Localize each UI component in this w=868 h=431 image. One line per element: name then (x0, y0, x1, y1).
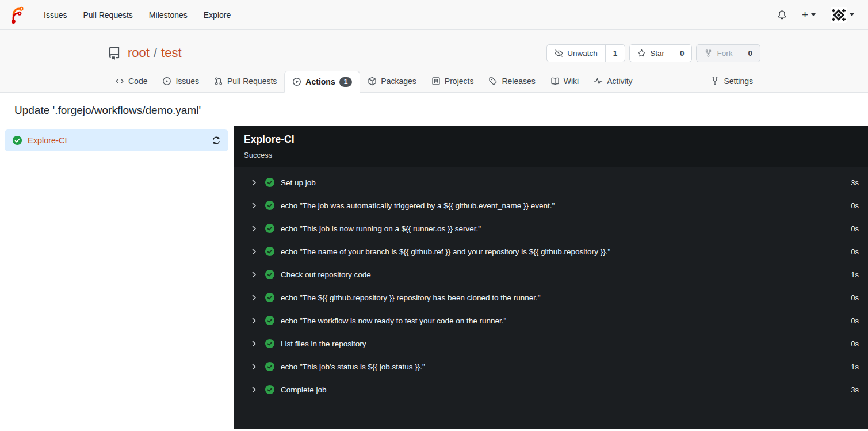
repo-header: root / test Unwatch (0, 30, 868, 93)
step-success-check-icon (265, 292, 275, 303)
job-log-panel: Explore-CI Success (234, 126, 868, 429)
step-row[interactable]: echo "The workflow is now ready to test … (234, 309, 868, 332)
watchers-count[interactable]: 1 (605, 45, 625, 62)
navbar-left: Issues Pull Requests Milestones Explore (8, 0, 239, 30)
tab-issues[interactable]: Issues (155, 70, 206, 92)
step-label: Check out repository code (281, 270, 371, 279)
step-success-check-icon (265, 200, 275, 211)
step-success-check-icon (265, 338, 275, 349)
step-duration: 0s (844, 340, 859, 348)
unwatch-button[interactable]: Unwatch (547, 45, 605, 62)
step-duration: 0s (844, 293, 859, 302)
refresh-icon[interactable] (212, 136, 221, 145)
step-label: echo "The ${{ github.repository }} repos… (281, 293, 541, 302)
step-duration: 0s (844, 316, 859, 325)
jobs-sidebar: Explore-CI (0, 126, 234, 429)
navbar-right: + (771, 3, 860, 26)
tab-releases[interactable]: Releases (481, 70, 542, 92)
step-row[interactable]: Complete job 3s (234, 378, 868, 401)
plus-icon: + (802, 10, 808, 20)
job-status-label: Success (244, 151, 858, 159)
tab-issues-label: Issues (175, 77, 198, 86)
git-pull-request-icon (214, 77, 223, 86)
chevron-right-icon (250, 271, 258, 279)
star-button[interactable]: Star (630, 45, 672, 62)
nav-item-pull-requests[interactable]: Pull Requests (75, 0, 140, 30)
chevron-right-icon (250, 340, 258, 348)
chevron-right-icon (250, 363, 258, 371)
tag-icon (488, 77, 498, 86)
step-duration: 1s (844, 270, 859, 279)
chevron-right-icon (250, 179, 258, 186)
watch-button-group: Unwatch 1 (546, 44, 625, 62)
tab-settings[interactable]: Settings (703, 70, 760, 92)
tab-pull-requests[interactable]: Pull Requests (207, 70, 284, 92)
repo-action-buttons: Unwatch 1 Star 0 (546, 44, 760, 62)
code-icon (115, 77, 124, 86)
step-label: Set up job (281, 178, 316, 187)
step-row[interactable]: List files in the repository 0s (234, 332, 868, 355)
job-success-check-icon (12, 135, 22, 146)
tab-packages[interactable]: Packages (360, 70, 423, 92)
sidebar-job-explore-ci[interactable]: Explore-CI (5, 129, 228, 151)
chevron-right-icon (250, 225, 258, 232)
step-row[interactable]: Check out repository code 1s (234, 263, 868, 286)
forgejo-logo-icon[interactable] (8, 6, 25, 24)
chevron-down-icon (850, 13, 854, 16)
pulse-icon (594, 77, 603, 86)
project-board-icon (431, 77, 441, 86)
create-new-button[interactable]: + (796, 7, 821, 23)
notifications-bell-icon[interactable] (771, 6, 793, 23)
chevron-right-icon (250, 317, 258, 325)
step-success-check-icon (265, 246, 275, 257)
step-row[interactable]: echo "This job's status is ${{ job.statu… (234, 355, 868, 378)
job-name-label: Explore-CI (28, 136, 67, 145)
step-success-check-icon (265, 177, 275, 188)
step-success-check-icon (265, 269, 275, 280)
step-label: echo "This job's status is ${{ job.statu… (281, 363, 425, 371)
step-row[interactable]: echo "This job is now running on a ${{ r… (234, 217, 868, 240)
tab-wiki[interactable]: Wiki (543, 70, 586, 92)
tab-actions[interactable]: Actions 1 (284, 71, 360, 93)
step-duration: 3s (844, 386, 859, 394)
nav-item-explore[interactable]: Explore (196, 0, 239, 30)
tab-code[interactable]: Code (108, 70, 155, 92)
actions-count-badge: 1 (339, 77, 353, 87)
step-row[interactable]: echo "The name of your branch is ${{ git… (234, 240, 868, 263)
stars-count[interactable]: 0 (672, 45, 692, 62)
step-duration: 0s (844, 201, 859, 210)
step-label: echo "The name of your branch is ${{ git… (281, 247, 610, 256)
step-success-check-icon (265, 361, 275, 372)
top-navbar: Issues Pull Requests Milestones Explore … (0, 0, 868, 30)
workflow-run-title: Update '.forgejo/workflows/demo.yaml' (14, 104, 854, 117)
tab-packages-label: Packages (381, 77, 416, 86)
nav-item-issues[interactable]: Issues (36, 0, 75, 30)
step-label: echo "The job was automatically triggere… (281, 201, 555, 210)
tab-releases-label: Releases (502, 77, 535, 86)
step-duration: 1s (844, 363, 859, 371)
tab-projects[interactable]: Projects (424, 70, 481, 92)
repo-tab-bar: Code Issues Pull Request (108, 70, 760, 92)
step-row[interactable]: Set up job 3s (234, 171, 868, 194)
steps-list: Set up job 3s (234, 167, 868, 407)
step-duration: 0s (844, 224, 859, 233)
nav-item-milestones[interactable]: Milestones (141, 0, 196, 30)
step-label: echo "This job is now running on a ${{ r… (281, 224, 481, 233)
chevron-right-icon (250, 248, 258, 255)
fork-button[interactable]: Fork (697, 45, 740, 62)
repo-name-link[interactable]: test (161, 45, 181, 60)
tab-activity[interactable]: Activity (586, 70, 640, 92)
step-row[interactable]: echo "The ${{ github.repository }} repos… (234, 286, 868, 309)
step-duration: 0s (844, 247, 859, 256)
repo-owner-link[interactable]: root (128, 45, 150, 60)
step-success-check-icon (265, 315, 275, 326)
forks-count[interactable]: 0 (740, 45, 760, 62)
step-success-check-icon (265, 223, 275, 234)
user-menu-button[interactable] (825, 3, 860, 26)
star-icon (637, 49, 646, 58)
tab-projects-label: Projects (445, 77, 474, 86)
step-row[interactable]: echo "The job was automatically triggere… (234, 194, 868, 217)
book-open-icon (550, 77, 560, 86)
step-label: List files in the repository (281, 340, 366, 348)
fork-icon (704, 49, 713, 58)
